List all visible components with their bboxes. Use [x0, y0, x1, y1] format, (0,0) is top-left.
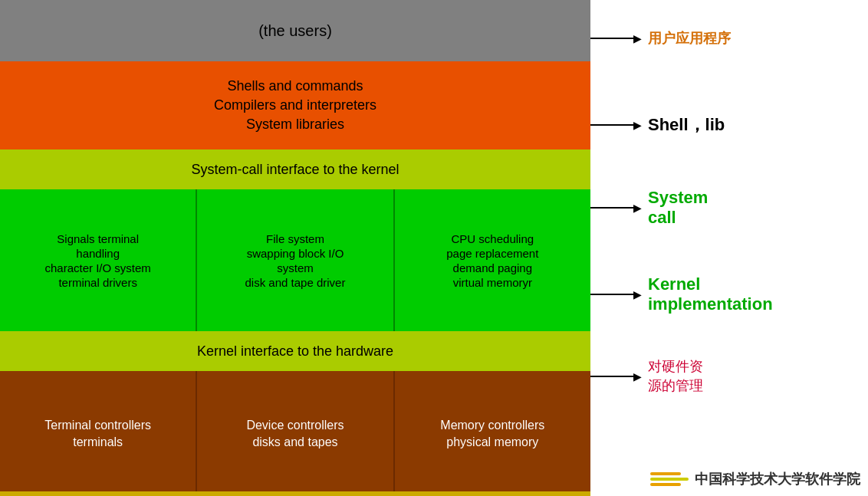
- layer-kernel-interface: Kernel interface to the hardware: [0, 331, 590, 371]
- hw2-l0: Memory controllers: [440, 419, 544, 432]
- kernel-cell-cpu: CPU scheduling page replacement demand p…: [395, 189, 590, 331]
- logo-line-3: [650, 483, 681, 486]
- hw-mgmt-line1: 对硬件资: [648, 357, 703, 376]
- arrow-users: [590, 32, 642, 44]
- layer-kernel: Signals terminal handling character I/O …: [0, 189, 590, 331]
- kc1-l0: File system: [266, 232, 324, 245]
- kc0-l0: Signals terminal: [57, 232, 139, 245]
- kc2-l2: demand paging: [453, 261, 532, 274]
- hw-mgmt-line2: 源的管理: [648, 376, 703, 396]
- annotation-shell: Shell，lib: [590, 113, 725, 136]
- kernel-interface-text: Kernel interface to the hardware: [197, 343, 393, 360]
- bottom-border: [0, 491, 590, 496]
- logo-line-2: [650, 478, 689, 481]
- kc2-l0: CPU scheduling: [452, 232, 534, 245]
- logo-lines: [650, 472, 689, 486]
- annotation-shell-text: Shell，lib: [648, 113, 725, 136]
- main-container: (the users) Shells and commands Compiler…: [0, 0, 868, 496]
- hw1-l1: disks and tapes: [252, 435, 337, 449]
- annotation-users-text: 用户应用程序: [648, 29, 731, 48]
- annotation-hw-mgmt: 对硬件资 源的管理: [590, 357, 703, 396]
- kc1-l1: swapping block I/O: [247, 247, 344, 260]
- logo-line-1: [650, 472, 681, 475]
- arrow-hw-mgmt: [590, 370, 642, 383]
- syscall-text: System-call interface to the kernel: [191, 162, 399, 178]
- layer-syscall-interface: System-call interface to the kernel: [0, 149, 590, 189]
- kernel-cell-filesystem: File system swapping block I/O system di…: [197, 189, 394, 331]
- diagram-area: (the users) Shells and commands Compiler…: [0, 0, 590, 496]
- hw-cell-memory: Memory controllers physical memory: [395, 371, 590, 496]
- arrow-syscall: [590, 202, 642, 214]
- hw0-l0: Terminal controllers: [44, 419, 151, 432]
- arrow-kernel: [590, 288, 642, 301]
- hw-cell-terminal: Terminal controllers terminals: [0, 371, 197, 496]
- bottom-logo: 中国科学技术大学软件学院: [650, 470, 860, 488]
- annotation-syscall-text: System call: [648, 188, 708, 228]
- right-panel: 用户应用程序 Shell，lib System call Kernel impl…: [590, 0, 868, 496]
- annotation-hw-mgmt-text: 对硬件资 源的管理: [648, 357, 703, 396]
- arrow-shell: [590, 119, 642, 131]
- annotation-kernel: Kernel implementation: [590, 274, 773, 315]
- kc1-l3: disk and tape driver: [245, 276, 346, 289]
- kc1-l2: system: [277, 261, 314, 274]
- logo-text: 中国科学技术大学软件学院: [695, 470, 860, 488]
- hw2-l1: physical memory: [446, 435, 538, 449]
- shells-line1: Shells and commands: [227, 78, 363, 94]
- hw1-l0: Device controllers: [246, 419, 344, 432]
- annotation-syscall: System call: [590, 188, 708, 228]
- kc2-l1: page replacement: [446, 247, 538, 260]
- layer-users: (the users): [0, 0, 590, 61]
- layer-users-text: (the users): [258, 22, 332, 40]
- kc0-l1: handling: [76, 247, 120, 260]
- kc0-l3: terminal drivers: [58, 276, 137, 289]
- annotation-users: 用户应用程序: [590, 29, 731, 48]
- layer-shells: Shells and commands Compilers and interp…: [0, 61, 590, 149]
- shells-line2: Compilers and interpreters: [214, 97, 376, 113]
- kc2-l3: virtual memoryr: [453, 276, 532, 289]
- annotation-kernel-text: Kernel implementation: [648, 274, 773, 315]
- kc0-l2: character I/O system: [44, 261, 150, 274]
- layer-hardware: Terminal controllers terminals Device co…: [0, 371, 590, 496]
- shells-line3: System libraries: [246, 117, 344, 133]
- hw0-l1: terminals: [73, 435, 123, 449]
- hw-cell-device: Device controllers disks and tapes: [197, 371, 394, 496]
- kernel-cell-signals: Signals terminal handling character I/O …: [0, 189, 197, 331]
